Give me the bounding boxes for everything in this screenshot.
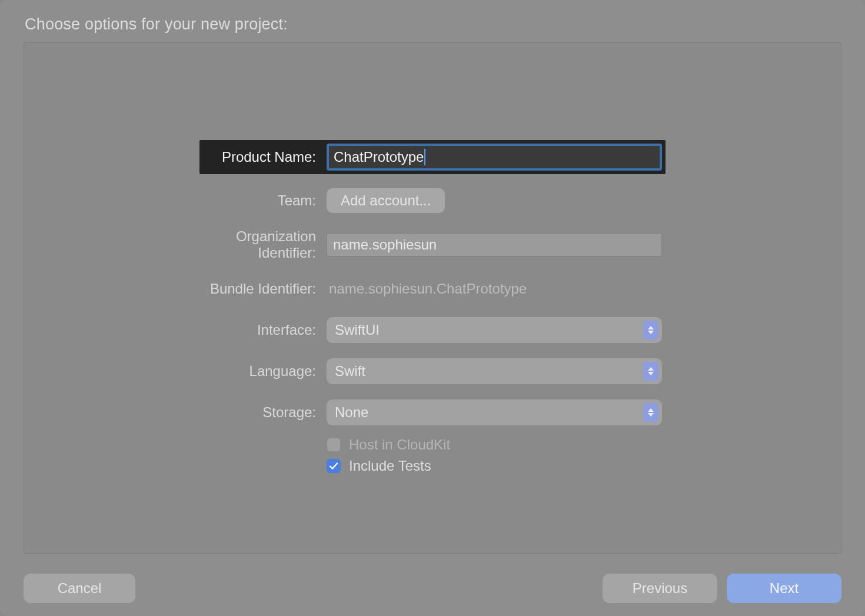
row-language: Language: Swift xyxy=(203,358,662,385)
host-cloudkit-label: Host in CloudKit xyxy=(349,437,450,453)
row-host-cloudkit: Host in CloudKit xyxy=(327,437,662,453)
bundle-identifier-value: name.sophiesun.ChatPrototype xyxy=(327,281,527,297)
row-team: Team: Add account... xyxy=(203,187,662,214)
label-language: Language: xyxy=(203,363,327,379)
checkmark-icon xyxy=(329,461,338,471)
footer: Cancel Previous Next xyxy=(24,574,841,603)
language-value: Swift xyxy=(335,363,365,379)
next-button[interactable]: Next xyxy=(727,574,841,603)
label-storage: Storage: xyxy=(203,404,327,421)
include-tests-label: Include Tests xyxy=(349,458,431,474)
row-interface: Interface: SwiftUI xyxy=(203,317,662,344)
storage-value: None xyxy=(335,404,368,421)
form-panel: Product Name: ChatPrototype Team: Add ac… xyxy=(24,42,841,554)
row-bundle-identifier: Bundle Identifier: name.sophiesun.ChatPr… xyxy=(203,275,662,302)
interface-value: SwiftUI xyxy=(335,322,380,338)
row-include-tests: Include Tests xyxy=(327,458,662,474)
org-identifier-field[interactable]: name.sophiesun xyxy=(327,233,662,257)
include-tests-checkbox[interactable] xyxy=(327,459,341,473)
language-select[interactable]: Swift xyxy=(327,358,662,384)
row-product-name: Product Name: ChatPrototype xyxy=(199,140,666,174)
add-account-button[interactable]: Add account... xyxy=(327,188,445,213)
label-org-identifier: Organization Identifier: xyxy=(203,228,327,261)
row-storage: Storage: None xyxy=(203,399,662,426)
updown-stepper-icon xyxy=(643,362,658,381)
cancel-button[interactable]: Cancel xyxy=(24,574,135,603)
updown-stepper-icon xyxy=(643,403,658,422)
product-name-value: ChatPrototype xyxy=(334,149,424,165)
label-bundle-identifier: Bundle Identifier: xyxy=(203,281,327,297)
previous-button[interactable]: Previous xyxy=(603,574,717,603)
new-project-options-sheet: Choose options for your new project: Pro… xyxy=(0,0,865,616)
sheet-title: Choose options for your new project: xyxy=(25,15,288,34)
updown-stepper-icon xyxy=(643,321,658,339)
host-cloudkit-checkbox xyxy=(327,438,341,452)
interface-select[interactable]: SwiftUI xyxy=(327,317,662,343)
product-name-field[interactable]: ChatPrototype xyxy=(327,144,662,171)
label-team: Team: xyxy=(203,192,327,209)
text-caret xyxy=(424,149,425,165)
row-org-identifier: Organization Identifier: name.sophiesun xyxy=(203,228,662,261)
label-product-name: Product Name: xyxy=(199,149,327,165)
storage-select[interactable]: None xyxy=(327,399,662,425)
label-interface: Interface: xyxy=(203,322,327,338)
org-identifier-value: name.sophiesun xyxy=(333,237,437,253)
form: Product Name: ChatPrototype Team: Add ac… xyxy=(203,140,662,479)
